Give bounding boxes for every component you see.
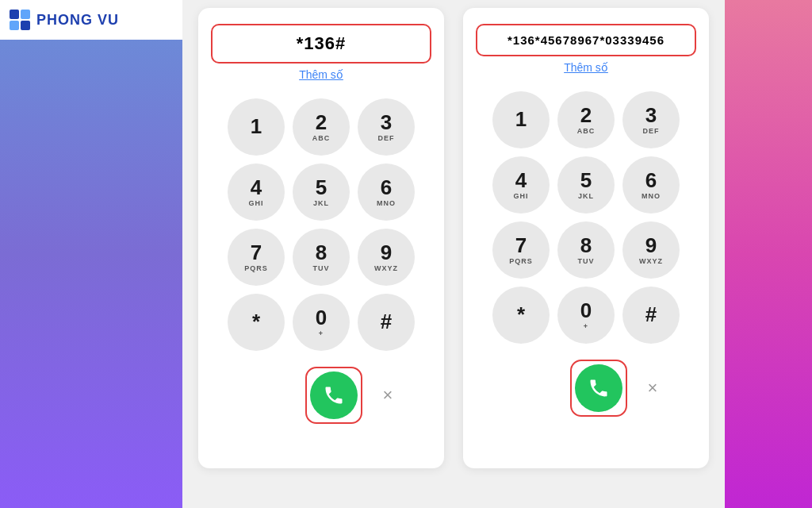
bg-left bbox=[0, 0, 182, 508]
them-so-link-1[interactable]: Thêm số bbox=[299, 68, 343, 81]
logo-cell-1 bbox=[10, 10, 19, 19]
dial-1-btn-8[interactable]: 8TUV bbox=[293, 229, 350, 286]
dial-1-btn-5[interactable]: 5JKL bbox=[293, 164, 350, 221]
phone-icon-2 bbox=[588, 377, 610, 399]
dial-2-btn-9[interactable]: 9WXYZ bbox=[622, 221, 680, 279]
dial-2-btn-hash[interactable]: # bbox=[622, 287, 680, 344]
dial-1-btn-0[interactable]: 0+ bbox=[293, 294, 350, 351]
dial-2-btn-2[interactable]: 2ABC bbox=[557, 91, 615, 148]
dial-1-btn-9[interactable]: 9WXYZ bbox=[358, 229, 415, 286]
bottom-row-2: × bbox=[508, 360, 665, 417]
dial-display-2[interactable] bbox=[476, 24, 696, 56]
dial-1-btn-3[interactable]: 3DEF bbox=[358, 98, 415, 156]
dial-1-btn-4[interactable]: 4GHI bbox=[228, 164, 285, 221]
dial-2-btn-star[interactable]: * bbox=[492, 287, 550, 344]
logo-text: PHONG VU bbox=[36, 12, 119, 29]
dial-2-btn-0[interactable]: 0+ bbox=[557, 287, 615, 344]
dial-display-1[interactable] bbox=[211, 24, 431, 64]
dial-2-btn-5[interactable]: 5JKL bbox=[557, 156, 615, 214]
logo-cell-2 bbox=[21, 10, 30, 19]
call-button-2[interactable] bbox=[575, 364, 622, 412]
logo-cell-4 bbox=[21, 21, 30, 30]
delete-button-1[interactable]: × bbox=[377, 379, 400, 412]
phone-panel-2: Thêm số 1 2ABC 3DEF 4GHI 5JKL 6MNO 7PQRS… bbox=[463, 8, 709, 468]
dial-2-btn-3[interactable]: 3DEF bbox=[622, 91, 680, 148]
header: PHONG VU bbox=[0, 0, 182, 40]
dial-1-btn-hash[interactable]: # bbox=[358, 294, 415, 351]
call-button-1[interactable] bbox=[310, 371, 358, 419]
call-btn-wrapper-1 bbox=[305, 367, 362, 424]
call-btn-wrapper-2 bbox=[570, 360, 627, 417]
dial-2-btn-8[interactable]: 8TUV bbox=[557, 221, 615, 279]
main-area: Thêm số 1 2ABC 3DEF 4GHI 5JKL 6MNO 7PQRS… bbox=[182, 0, 725, 508]
bg-right bbox=[725, 0, 812, 508]
them-so-link-2[interactable]: Thêm số bbox=[564, 61, 608, 74]
dial-1-btn-star[interactable]: * bbox=[228, 294, 285, 351]
logo-cell-3 bbox=[10, 21, 19, 30]
dial-2-btn-7[interactable]: 7PQRS bbox=[492, 221, 550, 279]
dial-2-btn-1[interactable]: 1 bbox=[492, 91, 550, 148]
delete-button-2[interactable]: × bbox=[642, 371, 665, 405]
dialpad-1: 1 2ABC 3DEF 4GHI 5JKL 6MNO 7PQRS 8TUV 9W… bbox=[228, 98, 415, 351]
dial-1-btn-6[interactable]: 6MNO bbox=[358, 164, 415, 221]
dial-2-btn-4[interactable]: 4GHI bbox=[492, 156, 550, 214]
logo-icon bbox=[10, 10, 30, 30]
dial-1-btn-2[interactable]: 2ABC bbox=[293, 98, 350, 156]
phone-panel-1: Thêm số 1 2ABC 3DEF 4GHI 5JKL 6MNO 7PQRS… bbox=[198, 8, 444, 468]
dial-1-btn-1[interactable]: 1 bbox=[228, 98, 285, 156]
dial-1-btn-7[interactable]: 7PQRS bbox=[228, 229, 285, 286]
dialpad-2: 1 2ABC 3DEF 4GHI 5JKL 6MNO 7PQRS 8TUV 9W… bbox=[492, 91, 680, 344]
dial-2-btn-6[interactable]: 6MNO bbox=[622, 156, 680, 214]
bottom-row-1: × bbox=[243, 367, 400, 424]
phone-icon-1 bbox=[323, 384, 345, 406]
